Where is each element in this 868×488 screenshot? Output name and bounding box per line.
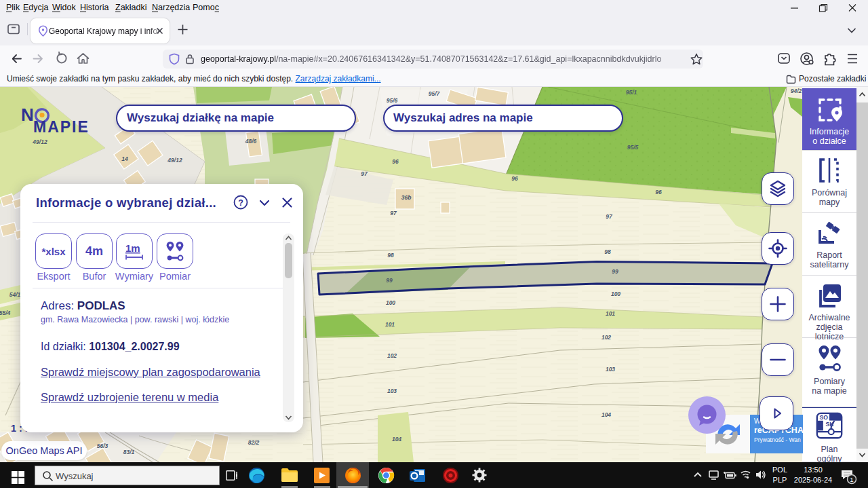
svg-text:96: 96 <box>392 158 399 165</box>
svg-text:56/3: 56/3 <box>97 443 108 449</box>
svg-text:55/4: 55/4 <box>0 309 11 316</box>
svg-text:36b: 36b <box>401 194 412 201</box>
svg-text:83/1: 83/1 <box>123 449 135 455</box>
svg-text:14: 14 <box>121 155 128 162</box>
svg-text:103: 103 <box>387 388 397 394</box>
svg-text:94/2: 94/2 <box>791 88 802 94</box>
svg-text:MAPIE: MAPIE <box>33 118 90 136</box>
svg-text:97: 97 <box>606 213 613 220</box>
svg-text:101: 101 <box>606 310 615 317</box>
svg-text:103: 103 <box>606 366 615 373</box>
svg-text:95/6: 95/6 <box>387 97 398 104</box>
svg-text:102: 102 <box>387 352 397 359</box>
svg-text:101: 101 <box>385 321 395 328</box>
svg-text:104: 104 <box>601 411 611 418</box>
svg-text:98: 98 <box>604 248 611 255</box>
svg-text:95/7: 95/7 <box>429 90 441 97</box>
svg-text:49/12: 49/12 <box>167 157 182 164</box>
svg-text:99: 99 <box>612 268 618 275</box>
svg-text:97: 97 <box>361 170 368 177</box>
svg-text:95/5: 95/5 <box>627 144 639 151</box>
svg-text:?: ? <box>238 198 243 208</box>
svg-text:SO: SO <box>819 414 828 421</box>
svg-text:96: 96 <box>655 189 662 195</box>
svg-text:100: 100 <box>386 299 395 306</box>
svg-text:1m: 1m <box>125 242 140 254</box>
svg-text:48/6: 48/6 <box>245 138 257 145</box>
svg-text:96: 96 <box>511 175 518 182</box>
svg-text:54/1: 54/1 <box>9 291 21 298</box>
svg-text:102: 102 <box>601 334 611 341</box>
svg-text:100: 100 <box>611 290 620 297</box>
svg-text:104: 104 <box>392 436 401 443</box>
svg-text:97: 97 <box>390 210 397 217</box>
svg-text:95/1: 95/1 <box>626 89 637 96</box>
svg-text:N: N <box>21 105 34 125</box>
svg-text:82/2: 82/2 <box>248 439 260 446</box>
svg-text:98: 98 <box>387 252 394 259</box>
svg-text:99: 99 <box>386 277 393 284</box>
svg-text:1: 1 <box>850 476 853 483</box>
